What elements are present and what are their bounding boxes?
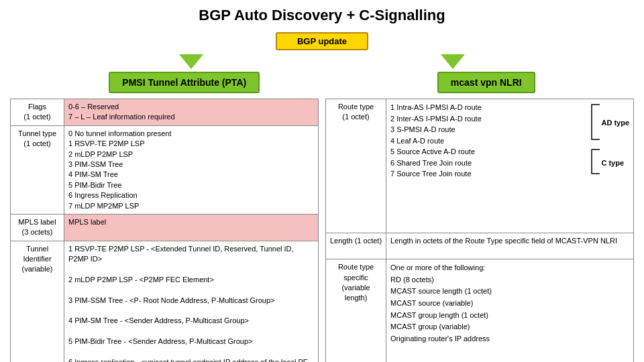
route-type-content: 1 Intra-AS I-PMSI A-D route2 Inter-AS I-… xyxy=(386,99,634,233)
length-label: Length (1 octet) xyxy=(326,233,386,259)
right-table: Route type (1 octet)1 Intra-AS I-PMSI A-… xyxy=(325,99,634,362)
left-label-3: Tunnel Identifier (variable) xyxy=(11,241,64,362)
left-arrow-down xyxy=(179,54,203,69)
c-type-label: C type xyxy=(601,158,624,168)
left-content-2: MPLS label xyxy=(64,214,319,241)
left-table: Flags (1 octet)0-6 – Reserved 7 – L – Le… xyxy=(10,99,319,362)
route-specific-label: Route type specific (variable length) xyxy=(326,259,386,362)
left-label-0: Flags (1 octet) xyxy=(11,99,64,126)
left-label-2: MPLS label (3 octets) xyxy=(11,214,64,241)
route-specific-content: One or more of the following:RD (8 octet… xyxy=(386,259,634,362)
left-content-1: 0 No tunnel information present 1 RSVP-T… xyxy=(64,125,319,214)
right-section-header: mcast vpn NLRI xyxy=(437,72,535,93)
page-title: BGP Auto Discovery + C-Signalling xyxy=(7,7,637,24)
bgp-update-box: BGP update xyxy=(276,32,368,50)
left-content-3: 1 RSVP-TE P2MP LSP - <Extended Tunnel ID… xyxy=(64,241,319,362)
ad-type-label: AD type xyxy=(601,118,629,128)
length-content: Length in octets of the Route Type speci… xyxy=(386,233,634,259)
left-label-1: Tunnel type (1 octet) xyxy=(11,125,64,214)
route-type-label: Route type (1 octet) xyxy=(326,99,386,233)
right-arrow-down xyxy=(441,54,465,69)
left-section-header: PMSI Tunnel Attribute (PTA) xyxy=(109,72,260,93)
left-content-0: 0-6 – Reserved 7 – L – Leaf information … xyxy=(64,99,319,126)
